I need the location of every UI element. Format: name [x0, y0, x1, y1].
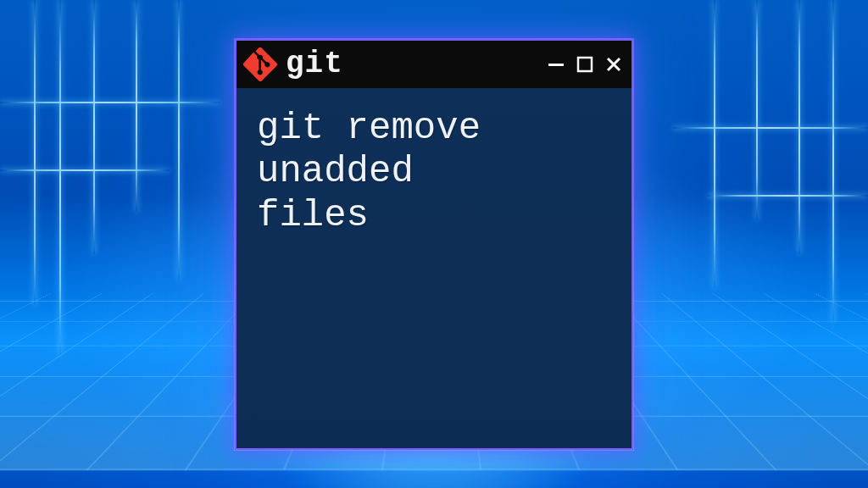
maximize-button[interactable] — [576, 55, 594, 74]
svg-rect-1 — [578, 58, 592, 71]
close-button[interactable] — [604, 55, 623, 74]
close-icon — [604, 55, 623, 74]
terminal-content: git remove unadded files — [257, 107, 611, 239]
window-title: git — [286, 47, 343, 81]
minimize-icon — [547, 55, 565, 74]
git-logo-icon — [243, 47, 277, 81]
terminal-window: git git remove unadded files — [235, 39, 633, 450]
window-controls — [547, 55, 623, 74]
maximize-icon — [576, 55, 594, 74]
svg-rect-0 — [548, 64, 564, 66]
terminal-body[interactable]: git remove unadded files — [236, 88, 632, 448]
minimize-button[interactable] — [547, 55, 565, 74]
titlebar[interactable]: git — [236, 41, 632, 88]
